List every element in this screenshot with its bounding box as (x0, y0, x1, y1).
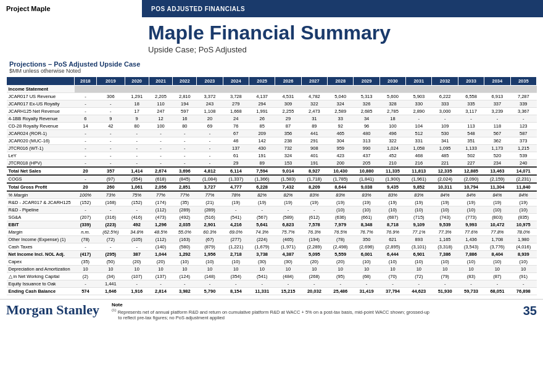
table-cell: (168) (96, 199, 125, 206)
table-cell: 17 (125, 108, 149, 115)
table-cell: 76.9% (379, 229, 405, 236)
table-cell: 60.3% (197, 229, 223, 236)
table-cell: (1,366) (249, 175, 275, 183)
table-cell: - (197, 137, 223, 145)
top-header: Project Maple POS ADJUSTED FINANCIALS (0, 0, 543, 17)
row-label: JTCR018 (HPV) (7, 160, 75, 168)
note-text: (1) Represents net of annual platform R&… (112, 308, 523, 321)
table-cell: (2,895) (379, 243, 405, 251)
table-cell: 2,589 (328, 108, 354, 115)
table-cell (379, 86, 405, 93)
table-cell: - (301, 280, 327, 288)
page-container: Project Maple POS ADJUSTED FINANCIALS Ma… (0, 0, 543, 392)
table-cell: 137 (223, 145, 249, 152)
table-cell: - (149, 280, 173, 288)
table-cell: 3,982 (173, 288, 197, 295)
table-cell: (1,841) (354, 175, 379, 183)
table-cell: (1,961) (406, 175, 432, 183)
table-cell: - (125, 280, 149, 288)
table-cell: (20) (301, 258, 327, 266)
table-cell: 123 (510, 123, 536, 130)
table-cell: - (75, 243, 97, 251)
table-cell: (72) (96, 236, 125, 243)
col-2033: 2033 (458, 77, 484, 86)
row-label: Margin (7, 229, 75, 236)
table-cell (354, 86, 379, 93)
page-number: 35 (523, 304, 537, 318)
table-cell: 84% (484, 191, 510, 199)
table-cell: - (125, 137, 149, 145)
table-cell: 59,733 (458, 288, 484, 295)
table-cell: 5,313 (354, 93, 379, 100)
table-row: 4-1BB Royalty Revenue6991216202426293133… (7, 115, 537, 123)
table-row: JCARH125 Net Revenue--172475971,1081,668… (7, 108, 537, 115)
table-row: Other Income (Expense) (1)(78)(72)(105)(… (7, 236, 537, 243)
table-cell: 10 (432, 266, 458, 273)
footer: Morgan Stanley Note (1) Represents net o… (0, 299, 543, 323)
table-cell: (20) (125, 258, 149, 266)
row-label: COGS (7, 175, 75, 183)
table-cell: 12,335 (432, 167, 458, 175)
table-cell: 322 (301, 100, 327, 108)
table-cell: 291 (301, 137, 327, 145)
table-cell: (194) (301, 236, 327, 243)
table-cell: 337 (484, 100, 510, 108)
note-title: Note (112, 302, 523, 308)
table-cell: 76.5% (328, 229, 354, 236)
table-cell: - (197, 152, 223, 160)
table-cell (301, 86, 327, 93)
table-cell (328, 86, 354, 93)
col-header-label (7, 77, 75, 86)
table-cell: (354) (125, 175, 149, 183)
table-cell: 260 (96, 183, 125, 191)
table-cell: 7,287 (510, 93, 536, 100)
table-cell: (845) (173, 175, 197, 183)
table-cell: 357 (96, 167, 125, 175)
table-cell: 362 (484, 137, 510, 145)
table-cell: 83% (379, 191, 405, 199)
table-cell: 191 (301, 160, 327, 168)
table-cell: - (149, 152, 173, 160)
row-label: Cash Taxes (7, 243, 75, 251)
table-cell: 77.1% (406, 229, 432, 236)
table-cell: 10 (275, 266, 301, 273)
table-cell: 11,840 (510, 183, 536, 191)
table-cell: - (173, 160, 197, 168)
table-cell: 77% (173, 191, 197, 199)
table-cell: 324 (328, 100, 354, 108)
table-cell: 42 (96, 123, 125, 130)
table-cell: - (149, 160, 173, 168)
table-cell: 2,810 (173, 93, 197, 100)
table-cell: 341 (432, 137, 458, 145)
table-cell: 485 (432, 152, 458, 160)
table-cell: 110 (149, 100, 173, 108)
table-cell: 1,292 (173, 251, 197, 258)
table-cell: (148) (197, 273, 223, 280)
table-cell: (1,900) (379, 175, 405, 183)
col-2028: 2028 (328, 77, 354, 86)
table-cell: (295) (96, 251, 125, 258)
table-cell: 10 (173, 266, 197, 273)
table-cell (458, 86, 484, 93)
table-cell: 3,696 (173, 167, 197, 175)
table-cell: - (301, 206, 327, 214)
table-cell: 1,215 (510, 145, 536, 152)
table-cell: 84% (510, 191, 536, 199)
table-cell: 77.6% (458, 229, 484, 236)
table-cell: 3,372 (197, 93, 223, 100)
table-cell: (354) (223, 273, 249, 280)
table-cell: 6,114 (223, 167, 249, 175)
table-cell: (10) (354, 206, 379, 214)
table-cell: 247 (149, 108, 173, 115)
table-cell: (268) (301, 273, 327, 280)
table-cell: 10 (301, 266, 327, 273)
table-cell: (20) (149, 258, 173, 266)
table-cell: 10,794 (458, 183, 484, 191)
sub-title: Upside Case; PoS Adjusted (148, 45, 534, 54)
table-cell: - (96, 100, 125, 108)
table-cell (173, 86, 197, 93)
table-cell: (19) (249, 199, 275, 206)
table-cell: (95) (328, 273, 354, 280)
table-cell: 351 (458, 137, 484, 145)
table-cell: 221 (432, 160, 458, 168)
